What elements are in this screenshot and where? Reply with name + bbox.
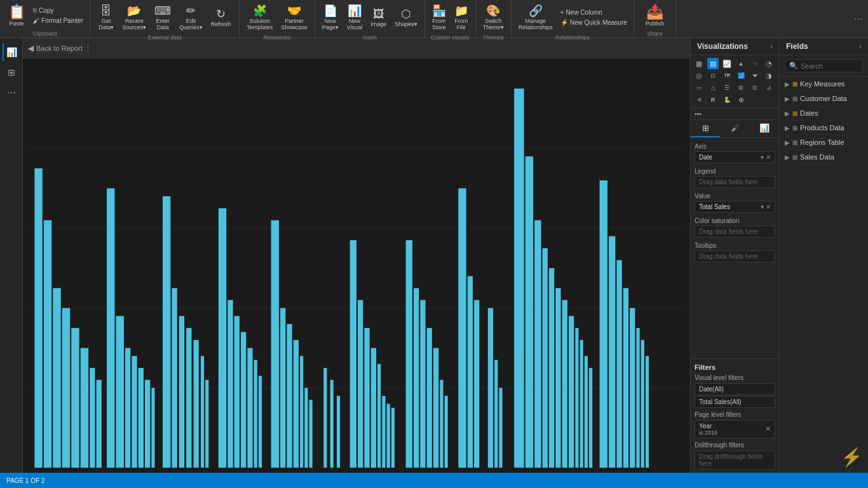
ribbon-section-insert: 📄 New Page▾ 📊 New Visual 🖼 Image ⬡ Shape… <box>315 0 425 37</box>
viz-icon-custom[interactable]: ⊕ <box>735 94 747 105</box>
svg-rect-39 <box>309 400 313 468</box>
viz-analytics-tab[interactable]: 📊 <box>750 120 779 137</box>
from-file-button[interactable]: 📁 From File <box>451 3 471 32</box>
viz-icon-ribbon[interactable]: ⫷ <box>693 94 705 105</box>
viz-icon-table[interactable]: ⊞ <box>735 82 747 93</box>
value-field[interactable]: Total Sales ▾ ✕ <box>695 201 775 213</box>
custom-visuals-label: Custom visuals <box>425 34 475 43</box>
edit-queries-button[interactable]: ✏ Edit Queries▾ <box>176 3 206 32</box>
back-to-report-button[interactable]: ◀ Back to Report <box>28 44 83 53</box>
viz-icon-kpi[interactable]: △ <box>707 82 719 93</box>
viz-icon-bar[interactable]: ▦ <box>693 58 705 69</box>
partner-showcase-button[interactable]: 🤝 Partner Showcase <box>278 3 311 32</box>
page-info: PAGE 1 OF 2 <box>6 477 44 484</box>
svg-rect-55 <box>433 348 438 468</box>
manage-relationships-button[interactable]: 🔗 Manage Relationships <box>515 3 556 32</box>
fields-search-input[interactable] <box>801 62 858 70</box>
svg-rect-50 <box>391 408 395 468</box>
value-remove-icon[interactable]: ✕ <box>766 203 771 210</box>
new-column-button[interactable]: +New Column <box>558 8 630 17</box>
expand-icon-key-measures: ▶ <box>785 81 790 88</box>
filter-year-chip[interactable]: Year is 2016 ✕ <box>695 420 775 438</box>
table-icon-key-measures: ⊞ <box>792 81 797 88</box>
viz-icon-gauge[interactable]: ◑ <box>763 70 775 81</box>
filter-total-sales-all[interactable]: Total Sales(All) <box>695 396 775 408</box>
new-page-button[interactable]: 📄 New Page▾ <box>319 3 342 32</box>
viz-icon-filled-map[interactable]: 🗾 <box>735 70 747 81</box>
filter-year-remove[interactable]: ✕ <box>765 425 771 433</box>
viz-icon-column[interactable]: ▤ <box>707 58 719 69</box>
legend-drop-zone[interactable]: Drag data fields here <box>695 176 775 188</box>
image-button[interactable]: 🖼 Image <box>367 6 390 29</box>
more-options-button[interactable]: ⋯ <box>849 0 868 37</box>
tooltips-drop-zone[interactable]: Drag data fields here <box>695 250 775 262</box>
viz-format-tab[interactable]: 🖌 <box>720 120 749 137</box>
refresh-button[interactable]: ↻ Refresh <box>208 6 234 29</box>
axis-remove-icon[interactable]: ✕ <box>766 154 771 161</box>
viz-icon-card[interactable]: ▭ <box>693 82 705 93</box>
field-group-header-key-measures[interactable]: ▶ ⊞ Key Measures <box>780 77 868 91</box>
ribbon-section-custom-visuals: 🏪 From Store 📁 From File Custom visuals <box>425 0 476 37</box>
enter-data-button[interactable]: ⌨ Enter Data <box>151 3 174 32</box>
paste-button[interactable]: 📋 Paste <box>4 3 29 28</box>
viz-icon-treemap[interactable]: ⊡ <box>707 70 719 81</box>
nav-model-button[interactable]: ⋯ <box>3 84 20 102</box>
svg-rect-31 <box>254 360 257 468</box>
color-saturation-drop-zone[interactable]: Drag data fields here <box>695 226 775 238</box>
insert-label: Insert <box>315 34 424 43</box>
publish-button[interactable]: 📤 Publish <box>641 3 670 28</box>
viz-icon-map[interactable]: 🗺 <box>721 70 733 81</box>
field-group-header-sales-data[interactable]: ▶ ⊞ Sales Data <box>780 150 868 164</box>
axis-expand-icon[interactable]: ▾ <box>761 154 764 161</box>
svg-rect-21 <box>179 316 184 468</box>
svg-rect-23 <box>194 340 199 468</box>
viz-icon-area[interactable]: ▲ <box>735 58 747 69</box>
fields-expand-icon[interactable]: › <box>859 42 862 51</box>
new-visual-button[interactable]: 📊 New Visual <box>344 3 365 32</box>
viz-icon-funnel[interactable]: ⏷ <box>749 70 761 81</box>
field-group-header-dates[interactable]: ▶ ⊞ Dates <box>780 106 868 120</box>
switch-theme-button[interactable]: 🎨 Switch Theme▾ <box>480 3 507 32</box>
viz-icon-pie[interactable]: ◔ <box>763 58 775 69</box>
svg-rect-43 <box>350 240 356 468</box>
recent-sources-button[interactable]: 📂 Recent Sources▾ <box>119 3 149 32</box>
viz-icon-donut[interactable]: ◎ <box>693 70 705 81</box>
nav-report-button[interactable]: 📊 <box>3 43 20 61</box>
format-painter-button[interactable]: 🖌Format Painter <box>31 16 86 25</box>
viz-fields-tab[interactable]: ⊞ <box>691 120 720 137</box>
svg-rect-36 <box>294 340 299 468</box>
svg-rect-66 <box>534 220 541 468</box>
viz-icon-line[interactable]: 📈 <box>721 58 733 69</box>
viz-icon-slicer[interactable]: ☰ <box>721 82 733 93</box>
axis-field[interactable]: Date ▾ ✕ <box>695 151 775 163</box>
visualizations-expand-icon[interactable]: › <box>770 42 773 51</box>
get-data-button[interactable]: 🗄 Get Data▾ <box>95 3 117 32</box>
solution-templates-button[interactable]: 🧩 Solution Templates <box>243 3 276 32</box>
svg-rect-11 <box>97 380 102 468</box>
svg-rect-58 <box>458 188 466 468</box>
tooltips-section: Tooltips Drag data fields here <box>695 240 775 262</box>
nav-data-button[interactable]: ⊞ <box>3 64 20 81</box>
shapes-button[interactable]: ⬡ Shapes▾ <box>391 6 421 29</box>
copy-button[interactable]: ⎘Copy <box>31 6 86 15</box>
field-group-header-customer-data[interactable]: ▶ ⊞ Customer Data <box>780 92 868 105</box>
fields-panel-header: Fields › <box>780 38 868 55</box>
viz-icon-scatter[interactable]: ⁘ <box>749 58 761 69</box>
viz-more-button[interactable]: ••• <box>691 109 779 119</box>
fields-list: ▶ ⊞ Key Measures ▶ ⊞ Customer Data <box>780 77 868 435</box>
from-store-button[interactable]: 🏪 From Store <box>429 3 449 32</box>
drillthrough-drop-zone[interactable]: Drag drillthrough fields here <box>695 451 775 470</box>
field-group-key-measures: ▶ ⊞ Key Measures <box>780 77 868 92</box>
viz-icon-r[interactable]: R <box>707 94 719 105</box>
viz-icon-python[interactable]: 🐍 <box>721 94 733 105</box>
new-quick-measure-button[interactable]: ⚡New Quick Measure <box>558 18 630 27</box>
expand-icon-customer-data: ▶ <box>785 95 790 102</box>
field-group-header-products-data[interactable]: ▶ ⊞ Products Data <box>780 121 868 135</box>
svg-rect-57 <box>445 396 448 468</box>
svg-rect-51 <box>406 240 412 468</box>
viz-icon-waterfall[interactable]: ⊿ <box>763 82 775 93</box>
filter-date-all[interactable]: Date(All) <box>695 383 775 395</box>
viz-icon-matrix[interactable]: ⊟ <box>749 82 761 93</box>
value-expand-icon[interactable]: ▾ <box>761 203 764 210</box>
field-group-header-regions-table[interactable]: ▶ ⊞ Regions Table <box>780 135 868 149</box>
